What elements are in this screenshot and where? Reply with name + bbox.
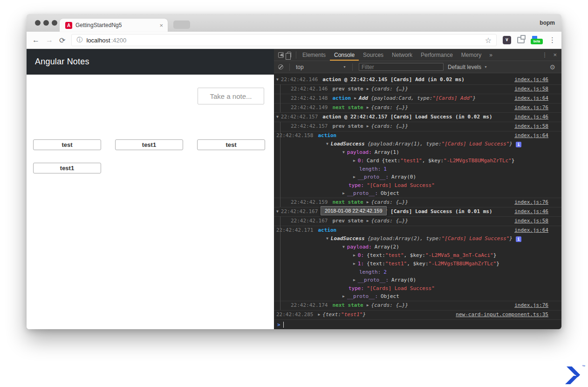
source-link[interactable]: index.js:58	[509, 218, 548, 224]
source-link[interactable]: new-card-input.component.ts:35	[450, 311, 548, 318]
object-preview[interactable]: {cards: {…}}	[371, 199, 408, 206]
note-card[interactable]: test1	[33, 163, 101, 173]
expand-triangle-icon[interactable]: ▶	[354, 95, 356, 102]
action-class-name[interactable]: Add	[359, 95, 368, 102]
browser-tab[interactable]: A GettingStartedNg5 ×	[60, 19, 168, 32]
expand-triangle-icon[interactable]: ▶	[353, 158, 356, 164]
source-link[interactable]: index.js:64	[509, 95, 548, 102]
forward-icon[interactable]: →	[46, 36, 53, 44]
expand-triangle-icon[interactable]: ▶	[367, 218, 369, 224]
next-state-label: next state	[332, 104, 363, 111]
collapse-triangle-icon[interactable]: ▼	[326, 141, 328, 147]
device-toolbar-icon[interactable]	[287, 52, 291, 58]
tree-row: ▶ 1: {text: "test1", $key: "-L2MVgsTB8UM…	[274, 260, 561, 268]
tab-memory[interactable]: Memory	[457, 49, 485, 61]
expand-triangle-icon[interactable]: ▶	[342, 190, 345, 197]
inspect-element-icon[interactable]	[278, 52, 284, 58]
divider	[289, 63, 290, 71]
object-preview[interactable]: {cards: {…}}	[371, 218, 408, 224]
reload-icon[interactable]: ⟳	[59, 36, 65, 45]
tab-title: GettingStartedNg5	[75, 22, 158, 28]
tab-performance[interactable]: Performance	[417, 49, 457, 61]
chrome-menu-icon[interactable]: ⋮	[549, 36, 556, 44]
source-link[interactable]: index.js:76	[509, 302, 548, 309]
object-preview[interactable]: {cards: {…}}	[371, 104, 408, 111]
collapse-triangle-icon[interactable]: ▼	[342, 244, 345, 250]
screenshot-extension-icon[interactable]	[517, 37, 525, 43]
pocket-extension-icon[interactable]: ∨	[503, 36, 511, 44]
source-link[interactable]: index.js:58	[509, 86, 548, 92]
console-settings-gear-icon[interactable]: ⚙	[549, 63, 557, 71]
page-info-icon[interactable]: ⓘ	[76, 36, 82, 44]
collapse-triangle-icon[interactable]: ▼	[342, 149, 345, 156]
console-row: 22:42:42.171 action index.js:64	[274, 226, 561, 235]
expand-triangle-icon[interactable]: ▶	[367, 199, 369, 206]
devtools-close-icon[interactable]: ×	[553, 51, 557, 58]
console-row-expanded: 22:42:42.171 action index.js:64 ▼ LoadSu…	[274, 226, 561, 301]
console-row: 22:42:42.285 ▶ {text: "test1"} new-card-…	[274, 310, 561, 319]
tab-sources[interactable]: Sources	[359, 49, 388, 61]
text-cursor	[283, 322, 284, 328]
address-bar[interactable]: ⓘ localhost :4200 ☆	[71, 34, 497, 46]
tree-row: ▼ payload: Array(2)	[274, 243, 561, 251]
expand-triangle-icon[interactable]: ▶	[367, 123, 369, 130]
expand-triangle-icon[interactable]: ▶	[342, 293, 345, 300]
context-selector[interactable]: top ▼	[296, 64, 346, 70]
expand-triangle-icon[interactable]: ▶	[353, 252, 356, 259]
clear-console-icon[interactable]	[278, 64, 283, 69]
info-badge-icon[interactable]: i	[516, 236, 521, 242]
collapse-triangle-icon[interactable]: ▼	[276, 208, 279, 215]
devtools-menu-icon[interactable]: ⋮	[541, 51, 547, 58]
note-card[interactable]: test	[33, 139, 101, 150]
object-preview[interactable]: {cards: {…}}	[371, 123, 408, 130]
expand-triangle-icon[interactable]: ▶	[318, 311, 320, 318]
take-a-note-input[interactable]	[198, 88, 264, 104]
traffic-light-minimize-icon[interactable]	[43, 20, 49, 26]
tab-network[interactable]: Network	[388, 49, 417, 61]
tree-row: ▼ LoadSuccess {payload: Array(2), type: …	[274, 235, 561, 243]
tab-console[interactable]: Console	[330, 49, 359, 61]
note-card[interactable]: test	[197, 139, 265, 150]
chevron-down-icon: ▼	[484, 65, 487, 69]
expand-triangle-icon[interactable]: ▶	[353, 174, 356, 180]
traffic-light-close-icon[interactable]	[35, 20, 41, 26]
source-link[interactable]: index.js:64	[509, 132, 548, 139]
source-link[interactable]: index.js:76	[509, 104, 548, 111]
expand-triangle-icon[interactable]: ▶	[367, 302, 369, 309]
collapse-triangle-icon[interactable]: ▼	[276, 76, 279, 83]
action-label: action	[318, 132, 336, 139]
new-tab-button[interactable]	[173, 21, 190, 29]
beta-extension-icon[interactable]: beta	[531, 36, 543, 44]
more-tabs-icon[interactable]: »	[485, 52, 496, 58]
beta-badge: beta	[531, 39, 543, 44]
tree-row: ▶ __proto__: Object	[274, 189, 561, 198]
note-card[interactable]: test1	[115, 139, 183, 150]
expand-triangle-icon[interactable]: ▶	[367, 104, 369, 111]
source-link[interactable]: index.js:64	[509, 227, 548, 234]
tab-close-icon[interactable]: ×	[158, 22, 164, 29]
console-prompt[interactable]: >	[274, 319, 561, 329]
log-levels-selector[interactable]: Default levels ▼	[448, 64, 487, 70]
object-tree: ▼ LoadSuccess {payload: Array(1), type: …	[274, 140, 561, 198]
console-filter-input[interactable]	[359, 63, 444, 71]
source-link[interactable]: index.js:76	[509, 199, 548, 206]
source-link[interactable]: index.js:46	[509, 114, 548, 120]
collapse-triangle-icon[interactable]: ▼	[326, 235, 328, 242]
next-state-label: next state	[332, 199, 363, 206]
tree-row: ▶ __proto__: Object	[274, 292, 561, 301]
expand-triangle-icon[interactable]: ▶	[367, 86, 369, 92]
bookmark-star-icon[interactable]: ☆	[485, 36, 492, 45]
source-link[interactable]: index.js:46	[509, 76, 548, 83]
source-link[interactable]: index.js:46	[509, 208, 548, 215]
tree-row: length: 2	[274, 268, 561, 276]
collapse-triangle-icon[interactable]: ▼	[276, 114, 279, 120]
info-badge-icon[interactable]: i	[516, 142, 521, 147]
tab-elements[interactable]: Elements	[298, 49, 330, 61]
traffic-light-zoom-icon[interactable]	[52, 20, 57, 26]
expand-triangle-icon[interactable]: ▶	[353, 277, 356, 283]
expand-triangle-icon[interactable]: ▶	[353, 261, 356, 267]
source-link[interactable]: index.js:58	[509, 123, 548, 130]
object-preview[interactable]: {cards: {…}}	[371, 302, 408, 309]
object-preview[interactable]: {cards: {…}}	[371, 86, 408, 92]
back-icon[interactable]: ←	[32, 36, 40, 44]
